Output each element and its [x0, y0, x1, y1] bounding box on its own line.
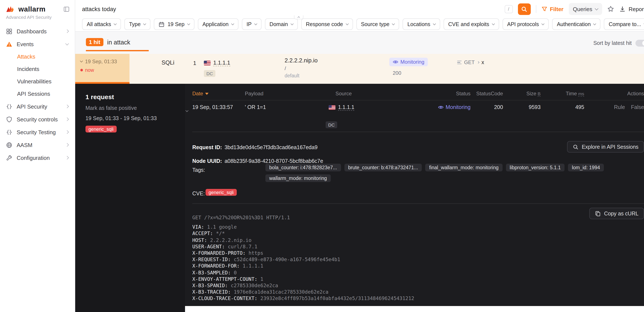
filter-button[interactable]: Filter [541, 6, 564, 12]
tags-list: bola_counter: i:478:f82823e7... brute_co… [266, 164, 604, 185]
sidebar-item-attacks[interactable]: Attacks [0, 50, 75, 63]
table-header-date[interactable]: Date [192, 90, 209, 96]
attack-type-tag: generic_sqli [86, 126, 116, 132]
toggle-knob [642, 40, 644, 46]
attack-method: GET [464, 60, 474, 66]
tag-chip: libproton_version: 5.1.1 [506, 164, 564, 172]
table-header-size: SizeB [526, 90, 540, 96]
mark-false-positive-link[interactable]: Mark as false positive [86, 105, 137, 111]
collapse-search-handle[interactable] [294, 16, 304, 19]
table-header-status: Status [456, 90, 470, 96]
filter-chip-label: Application [202, 21, 228, 27]
sidebar-item-dashboards[interactable]: Dashboards [0, 25, 75, 38]
sidebar-item-configuration[interactable]: Configuration [0, 151, 75, 164]
chevron-right-icon [477, 61, 479, 64]
filter-chip-label: Source type [361, 21, 389, 27]
divider [192, 204, 644, 204]
eye-icon [393, 60, 398, 64]
sidebar-item-security-controls[interactable]: Security controls [0, 113, 75, 126]
chevron-right-icon [66, 105, 69, 108]
filter-chip-compare-to[interactable]: Compare to... [604, 18, 644, 30]
tags-label: Tags: [192, 167, 205, 173]
http-header-value: 0 [234, 270, 237, 276]
filter-chip-ip[interactable]: IP [242, 18, 262, 30]
download-icon [619, 6, 626, 12]
filter-chip-label: 19 Sep [168, 21, 184, 27]
sidebar-item-events[interactable]: Events [0, 38, 75, 50]
sidebar-item-security-testing[interactable]: Security Testing [0, 126, 75, 138]
warning-icon [6, 40, 12, 48]
cve-label: CVE: [192, 190, 205, 196]
attack-domain: 2.2.2.2.nip.io [284, 57, 318, 64]
filter-chip-domain[interactable]: Domain [265, 18, 298, 30]
search-input[interactable] [82, 6, 499, 12]
attack-request-summary: GET x [457, 60, 484, 66]
filter-chip-locations[interactable]: Locations [403, 18, 440, 30]
hits-count-badge: 1 hit [86, 38, 103, 46]
attack-now-label: now [85, 68, 94, 73]
filter-chip-api-protocols[interactable]: API protocols [502, 18, 549, 30]
sidebar-item-aasm[interactable]: AASM [0, 138, 75, 151]
sidebar-item-vulnerabilities[interactable]: Vulnerabilities [0, 75, 75, 88]
calendar-icon [158, 21, 164, 27]
attack-source: 1.1.1.1 [204, 60, 230, 66]
http-header-value: https [248, 250, 263, 256]
filter-chip-application[interactable]: Application [198, 18, 238, 30]
size-unit: B [538, 91, 540, 96]
filter-chip-date[interactable]: 19 Sep [154, 18, 194, 30]
sort-toggle[interactable] [636, 40, 644, 46]
filter-chip-label: Response code [306, 21, 343, 27]
attack-row[interactable]: 19 Sep, 01:33 now SQLi 1 1.1.1.1 DC 2.2.… [75, 54, 644, 84]
attack-date-cell[interactable]: 19 Sep, 01:33 now [75, 54, 130, 84]
http-header-line: HOST: 2.2.2.2.nip.io [192, 237, 644, 244]
chevron-down-icon [595, 6, 598, 10]
sidebar-item-api-sessions[interactable]: API Sessions [0, 88, 75, 100]
filter-chip-all-attacks[interactable]: All attacks [82, 18, 121, 30]
filter-chip-response-code[interactable]: Response code [301, 18, 353, 30]
filter-chip-type[interactable]: Type [124, 18, 150, 30]
queries-button[interactable]: Queries [568, 3, 602, 15]
action-false[interactable]: False [631, 104, 644, 110]
sort-group: Sort by latest hit [593, 40, 644, 46]
table-header-date-label: Date [192, 90, 203, 96]
action-rule[interactable]: Rule [614, 104, 625, 110]
favorite-star-button[interactable] [607, 6, 614, 12]
sidebar-item-api-security[interactable]: API Security [0, 100, 75, 113]
chevron-right-icon [66, 156, 69, 160]
detail-main-column: Date Payload Source Status StatusCode Si… [185, 84, 644, 312]
filter-chip-authentication[interactable]: Authentication [552, 18, 600, 30]
request-payload: ' OR 1=1 [245, 104, 266, 110]
filter-chip-source-type[interactable]: Source type [356, 18, 399, 30]
sidebar: wallarm Advanced API Security Dashboards [0, 0, 75, 312]
search-button[interactable] [518, 3, 530, 15]
attack-source-ip[interactable]: 1.1.1.1 [213, 60, 230, 66]
sidebar-item-label: Dashboards [17, 28, 62, 34]
http-header-name: USER-AGENT: [192, 244, 225, 250]
chevron-right-icon [66, 130, 69, 134]
filter-bar: All attacks Type 19 Sep Application IP [75, 18, 644, 32]
http-header-name: X-B3-TRACEID: [192, 289, 231, 295]
sidebar-item-incidents[interactable]: Incidents [0, 63, 75, 75]
table-header-source: Source [336, 90, 352, 96]
http-header-name: X-ENVOY-ATTEMPT-COUNT: [192, 276, 258, 282]
divider [192, 132, 644, 132]
explore-api-sessions-button[interactable]: Explore in API Sessions [567, 141, 644, 152]
hits-context-label: in attack [107, 39, 130, 46]
http-header-line: X-CLOUD-TRACE-CONTEXT: 23932e8c4ff897b53… [192, 296, 644, 302]
http-header-value: 1.1.1.1 [242, 263, 263, 269]
tag-chip: lom_id: 1994 [568, 164, 604, 172]
request-source-ip[interactable]: 1.1.1.1 [338, 104, 354, 111]
divider [192, 100, 644, 100]
collapse-sidebar-icon[interactable] [63, 6, 70, 12]
row-expand-chevron[interactable] [186, 106, 188, 113]
filter-chip-cve[interactable]: CVE and exploits [444, 18, 499, 30]
explore-button-label: Explore in API Sessions [582, 144, 638, 150]
http-header-value: 1 [260, 276, 264, 282]
sidebar-item-label: Configuration [17, 154, 62, 161]
report-button[interactable]: Report [619, 6, 644, 12]
results-header: 1 hit in attack Sort by latest hit [75, 32, 644, 54]
brand-name: wallarm [18, 5, 46, 13]
sidebar-item-label: AASM [17, 142, 62, 148]
http-header-line: X-FORWARDED-PROTO: https [192, 250, 644, 256]
monitoring-badge: Monitoring [389, 58, 428, 66]
